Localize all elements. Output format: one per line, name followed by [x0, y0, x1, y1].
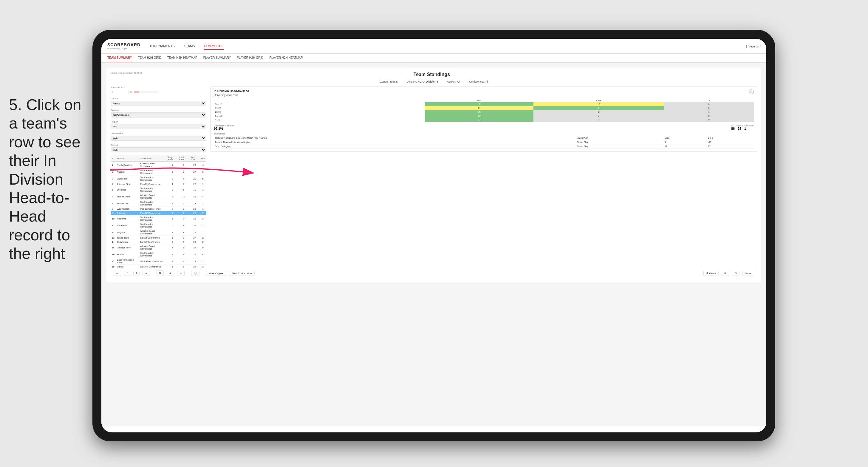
conference-filter-label: Conference: All: [469, 80, 488, 83]
left-panel: Minimum Rou... 20 Gende: [111, 86, 206, 269]
h2h-row-26-50: 26-50 25 2 1: [214, 110, 754, 114]
watch-button[interactable]: 👁 Watch: [704, 271, 719, 276]
table-row[interactable]: 1 North Carolina Atlantic Coast Conferen…: [111, 162, 206, 168]
content-panel: Update time: 27/03/2024 15:56:26 Team St…: [106, 67, 762, 282]
table-row[interactable]: 2 Auburn Southeastern Conference 1 9 27 …: [111, 168, 206, 175]
view-original-button[interactable]: View: Original: [206, 271, 226, 276]
paste-button[interactable]: ⊞: [167, 271, 174, 276]
table-row[interactable]: 9 Arizona Pac-12 Conference 5 8 23 3: [111, 211, 206, 215]
conference-filter-section: Conference (All): [111, 132, 206, 141]
sub-nav-team-summary[interactable]: TEAM SUMMARY: [107, 54, 132, 62]
table-row[interactable]: 12 Virginia Atlantic Coast Conference 3 …: [111, 229, 206, 236]
logo-title: SCOREBOARD: [107, 42, 141, 47]
col-win: Win: [200, 155, 206, 162]
tablet-screen: SCOREBOARD Powered by clippd TOURNAMENTS…: [101, 39, 766, 432]
min-rounds-filter: Minimum Rou... 20: [111, 86, 206, 94]
nav-tournaments[interactable]: TOURNAMENTS: [149, 43, 175, 50]
sub-nav-team-h2h-heatmap[interactable]: TEAM H2H HEATMAP: [167, 54, 197, 62]
school-select[interactable]: (All): [111, 147, 206, 152]
division-filter-section: Division NCAA Division I: [111, 109, 206, 118]
h2h-close-button[interactable]: ✕: [749, 90, 754, 94]
nav-bar: SCOREBOARD Powered by clippd TOURNAMENTS…: [101, 39, 766, 54]
sign-out-link[interactable]: Sign out: [748, 44, 761, 48]
table-row[interactable]: 6 Florida State Atlantic Coast Conferenc…: [111, 193, 206, 200]
clock-button[interactable]: 🕐: [191, 271, 199, 276]
tournament-table: Jackson T. Stephens Cup Men's Match Play…: [214, 136, 754, 149]
grid-button[interactable]: ⊡: [732, 271, 740, 276]
col-conf-rank: Conf Rank: [178, 155, 189, 162]
table-row[interactable]: 3 Vanderbilt Southeastern Conference 2 8…: [111, 175, 206, 182]
standings-table-container: # School Conference Reg Rank Conf Rank R…: [111, 155, 206, 269]
table-row[interactable]: 13 Texas Tech Big 12 Conference 1 9 27 2: [111, 236, 206, 240]
gender-filter-label: Gender: Men's: [380, 80, 398, 83]
table-row[interactable]: 17 East Tennessee State Southern Confere…: [111, 258, 206, 265]
nav-committee[interactable]: COMMITTEE: [204, 43, 224, 50]
conference-select[interactable]: (All): [111, 136, 206, 141]
col-conference: Conference: [139, 155, 167, 162]
table-row[interactable]: 5 Ole Miss Southeastern Conference 3 6 1…: [111, 186, 206, 193]
table-row[interactable]: 8 Washington Pac-12 Conference 2 8 23 1: [111, 207, 206, 211]
nav-teams[interactable]: TEAMS: [184, 43, 195, 50]
table-row[interactable]: 10 Alabama Southeastern Conference 5 8 2…: [111, 215, 206, 222]
table-row[interactable]: 15 Georgia Tech Atlantic Coast Conferenc…: [111, 244, 206, 251]
min-rounds-slider[interactable]: [134, 92, 158, 92]
h2h-row-top10: Top 10 3 13 0: [214, 102, 754, 106]
sub-nav: TEAM SUMMARY TEAM H2H GRID TEAM H2H HEAT…: [101, 54, 766, 63]
panel-header: Update time: 27/03/2024 15:56:26 Team St…: [111, 72, 757, 77]
gender-select[interactable]: Men's: [111, 101, 206, 106]
col-school: School: [116, 155, 139, 162]
min-rounds-input[interactable]: [111, 90, 128, 94]
copy-button[interactable]: ⧉: [157, 271, 164, 276]
tournament-row-1: Jackson T. Stephens Cup Men's Match Play…: [214, 136, 754, 140]
h2h-stats: Opponents in division: 99.1% W-L-T recor…: [214, 125, 754, 130]
bottom-toolbar: ↩ ⟨ ⟩ ↪ | ⧉ ⊞ ✂ | 🕐 | View: Original Sav…: [111, 269, 757, 277]
sub-nav-player-h2h-grid[interactable]: PLAYER H2H GRID: [237, 54, 263, 62]
h2h-title: In Division Head-to-Head: [214, 90, 754, 93]
division-filter-label: Division: NCAA Division I: [407, 80, 438, 83]
school-filter-section: School (All): [111, 144, 206, 152]
step-back-button[interactable]: ⟨: [124, 271, 130, 276]
region-filter-section: Region N/A: [111, 121, 206, 129]
redo-button[interactable]: ↪: [143, 271, 150, 276]
step-forward-button[interactable]: ⟩: [133, 271, 140, 276]
logo-sub: Powered by clippd: [107, 47, 141, 50]
table-row[interactable]: 7 Tennessee Southeastern Conference 4 6 …: [111, 200, 206, 207]
sub-nav-player-h2h-heatmap[interactable]: PLAYER H2H HEATMAP: [269, 54, 303, 62]
table-row[interactable]: 16 Florida Southeastern Conference 7 9 2…: [111, 251, 206, 258]
division-select[interactable]: NCAA Division I: [111, 113, 206, 118]
tablet-button[interactable]: ⊞: [722, 271, 729, 276]
table-row[interactable]: 18 Illinois Big Ten Conference 1 9 24 3: [111, 265, 206, 269]
table-row[interactable]: 4 Arizona State Pac-12 Conference 4 6 26…: [111, 182, 206, 186]
share-button[interactable]: Share: [742, 271, 754, 276]
col-rank: #: [111, 155, 116, 162]
instruction-text: 5. Click on a team's row to see their In…: [9, 95, 89, 263]
panel-title: Team Standings: [413, 72, 450, 77]
region-filter-label: Region: All: [447, 80, 460, 83]
save-custom-view-button[interactable]: Save Custom View: [229, 271, 254, 276]
main-content: Update time: 27/03/2024 15:56:26 Team St…: [101, 63, 766, 427]
tournament-row-2: Arizona Thunderbirds Intercollegiate Str…: [214, 140, 754, 144]
tablet-shell: SCOREBOARD Powered by clippd TOURNAMENTS…: [92, 30, 775, 441]
h2h-subtitle: University of Arizona: [214, 94, 754, 97]
col-rds: Rds Tour: [189, 155, 200, 162]
undo-button[interactable]: ↩: [114, 271, 121, 276]
update-time: Update time: 27/03/2024 15:56:26: [111, 72, 142, 74]
cut-button[interactable]: ✂: [177, 271, 185, 276]
h2h-row-gt100: >100 27 0 0: [214, 118, 754, 122]
sub-nav-player-summary[interactable]: PLAYER SUMMARY: [204, 54, 231, 62]
h2h-table: Win Loss Tie Top 10 3 13: [214, 99, 754, 122]
h2h-row-51-100: 51-100 20 3 0: [214, 114, 754, 118]
h2h-row-11-25: 11-25 11 8 0: [214, 106, 754, 110]
two-col-layout: Minimum Rou... 20 Gende: [111, 86, 757, 269]
table-row[interactable]: 11 Arkansas Southeastern Conference 6 8 …: [111, 222, 206, 229]
sub-nav-team-h2h-grid[interactable]: TEAM H2H GRID: [138, 54, 161, 62]
col-reg-rank: Reg Rank: [167, 155, 178, 162]
region-select[interactable]: N/A: [111, 124, 206, 129]
gender-filter-section: Gender Men's: [111, 97, 206, 106]
nav-links: TOURNAMENTS TEAMS COMMITTEE: [149, 43, 746, 50]
filter-row: Gender: Men's Division: NCAA Division I …: [111, 80, 757, 83]
table-row[interactable]: 14 Oklahoma Big 12 Conference 3 6 26 2: [111, 240, 206, 244]
logo-area: SCOREBOARD Powered by clippd: [107, 42, 141, 50]
h2h-panel: In Division Head-to-Head University of A…: [211, 86, 757, 152]
tournament-row-3: Cabo Collegiate Stroke Play 11 17: [214, 144, 754, 149]
